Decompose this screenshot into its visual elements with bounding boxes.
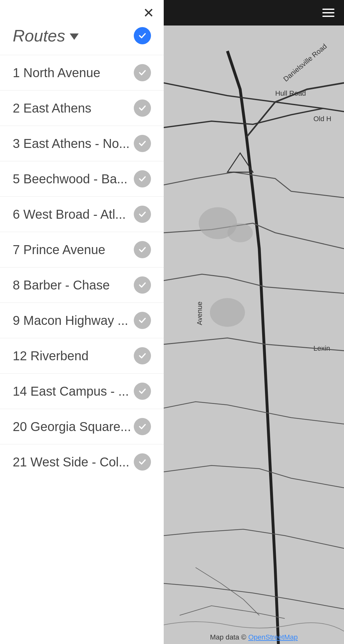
route-check-icon[interactable] bbox=[134, 99, 151, 117]
close-button[interactable]: ✕ bbox=[143, 6, 154, 20]
route-check-icon[interactable] bbox=[134, 453, 151, 471]
routes-header: Routes bbox=[0, 23, 164, 55]
route-item[interactable]: 14 East Campus - ... bbox=[0, 373, 164, 409]
route-name: 20 Georgia Square... bbox=[13, 420, 131, 434]
route-name: 8 Barber - Chase bbox=[13, 278, 110, 292]
route-list: 1 North Avenue 2 East Athens 3 East Athe… bbox=[0, 55, 164, 479]
route-item[interactable]: 2 East Athens bbox=[0, 90, 164, 126]
route-name: 7 Prince Avenue bbox=[13, 243, 105, 257]
route-name: 12 Riverbend bbox=[13, 349, 89, 363]
route-check-icon[interactable] bbox=[134, 347, 151, 364]
routes-title: Routes bbox=[13, 26, 65, 45]
route-check-icon[interactable] bbox=[134, 312, 151, 329]
route-item[interactable]: 5 Beechwood - Ba... bbox=[0, 161, 164, 196]
route-check-icon[interactable] bbox=[134, 135, 151, 152]
route-name: 1 North Avenue bbox=[13, 66, 100, 80]
route-check-icon[interactable] bbox=[134, 276, 151, 294]
route-check-icon[interactable] bbox=[134, 64, 151, 81]
route-item[interactable]: 9 Macon Highway ... bbox=[0, 303, 164, 338]
route-name: 2 East Athens bbox=[13, 101, 91, 115]
route-item[interactable]: 6 West Broad - Atl... bbox=[0, 196, 164, 232]
route-name: 5 Beechwood - Ba... bbox=[13, 172, 127, 186]
route-check-icon[interactable] bbox=[134, 170, 151, 187]
route-name: 14 East Campus - ... bbox=[13, 384, 129, 399]
route-item[interactable]: 1 North Avenue bbox=[0, 55, 164, 90]
route-name: 3 East Athens - No... bbox=[13, 136, 130, 151]
route-item[interactable]: 20 Georgia Square... bbox=[0, 409, 164, 444]
map-container[interactable]: Danielsville Road Hull Road Old H Avenue… bbox=[164, 0, 344, 644]
route-item[interactable]: 7 Prince Avenue bbox=[0, 232, 164, 267]
route-check-icon[interactable] bbox=[134, 383, 151, 400]
route-item[interactable]: 12 Riverbend bbox=[0, 338, 164, 373]
route-item[interactable]: 3 East Athens - No... bbox=[0, 126, 164, 161]
select-all-check[interactable] bbox=[134, 27, 151, 44]
map-svg: Danielsville Road Hull Road Old H Avenue… bbox=[164, 26, 344, 644]
dropdown-arrow-icon[interactable] bbox=[70, 33, 79, 40]
svg-text:Avenue: Avenue bbox=[196, 302, 204, 325]
openstreetmap-link[interactable]: OpenStreetMap bbox=[248, 633, 297, 641]
route-check-icon[interactable] bbox=[134, 206, 151, 223]
route-name: 9 Macon Highway ... bbox=[13, 313, 128, 328]
route-check-icon[interactable] bbox=[134, 418, 151, 435]
route-check-icon[interactable] bbox=[134, 241, 151, 258]
route-name: 21 West Side - Col... bbox=[13, 455, 129, 469]
route-item[interactable]: 8 Barber - Chase bbox=[0, 267, 164, 303]
route-item[interactable]: 21 West Side - Col... bbox=[0, 444, 164, 479]
left-panel: ✕ Routes 1 North Avenue 2 East Athens 3 … bbox=[0, 0, 164, 644]
svg-text:Old H: Old H bbox=[313, 115, 331, 123]
svg-point-8 bbox=[210, 298, 245, 327]
hamburger-menu-icon[interactable] bbox=[322, 9, 334, 17]
close-row: ✕ bbox=[0, 0, 164, 23]
map-top-bar bbox=[164, 0, 344, 26]
routes-title-wrap: Routes bbox=[13, 26, 79, 45]
svg-point-7 bbox=[227, 223, 253, 242]
map-attribution: Map data © OpenStreetMap bbox=[164, 633, 344, 641]
route-name: 6 West Broad - Atl... bbox=[13, 207, 126, 222]
